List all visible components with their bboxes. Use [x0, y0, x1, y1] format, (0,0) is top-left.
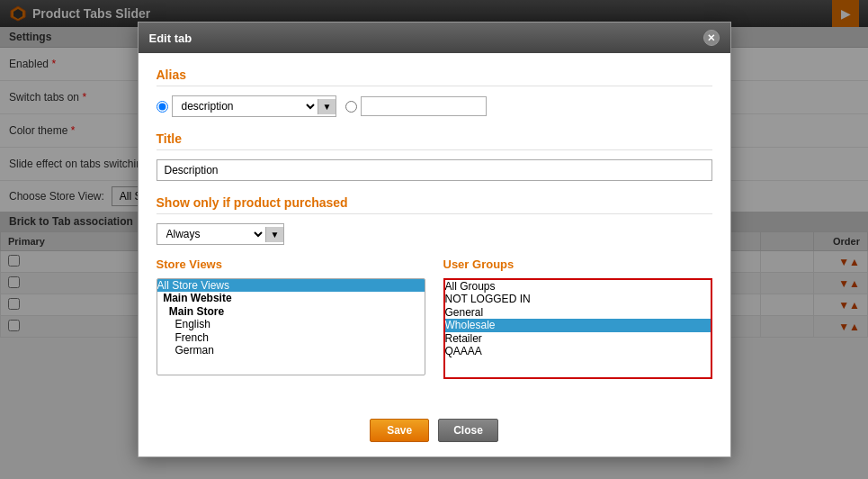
store-views-section: Store Views All Store Views Main Website… [157, 258, 425, 379]
title-section-title: Title [157, 131, 712, 150]
alias-row: description additional product_additiona… [157, 95, 712, 117]
show-only-select[interactable]: Always Yes No [157, 224, 265, 244]
alias-radio-text-input[interactable] [345, 101, 357, 113]
user-groups-listbox[interactable]: All Groups NOT LOGGED IN General Wholesa… [445, 280, 711, 377]
modal-header: Edit tab ✕ [139, 23, 730, 53]
alias-radio-dropdown: description additional product_additiona… [157, 95, 337, 117]
title-section: Title [157, 131, 712, 181]
show-only-section: Show only if product purchased Always Ye… [157, 195, 712, 245]
user-groups-section: User Groups All Groups NOT LOGGED IN Gen… [443, 258, 712, 379]
user-groups-title: User Groups [443, 258, 712, 271]
show-only-select-wrapper[interactable]: Always Yes No ▼ [157, 223, 285, 245]
modal-title: Edit tab [149, 32, 192, 45]
show-only-arrow: ▼ [265, 227, 284, 242]
modal-close-button[interactable]: ✕ [703, 30, 720, 46]
alias-radio-text [345, 96, 487, 116]
title-input[interactable] [157, 159, 712, 181]
store-views-listbox-wrapper: All Store Views Main Website Main Store … [157, 278, 425, 375]
alias-select-arrow: ▼ [318, 99, 336, 114]
close-button[interactable]: Close [438, 419, 498, 442]
alias-section-title: Alias [157, 68, 712, 86]
alias-dropdown[interactable]: description additional product_additiona… [173, 96, 318, 116]
two-col-section: Store Views All Store Views Main Website… [157, 258, 712, 379]
modal-body: Alias description additional product_add… [139, 53, 730, 408]
user-groups-listbox-wrapper: All Groups NOT LOGGED IN General Wholesa… [443, 278, 712, 379]
modal-dialog: Edit tab ✕ Alias description additional … [138, 22, 731, 457]
save-button[interactable]: Save [370, 419, 429, 442]
alias-radio-dropdown-input[interactable] [157, 101, 168, 113]
modal-footer: Save Close [139, 408, 730, 456]
alias-select-wrapper[interactable]: description additional product_additiona… [172, 95, 337, 117]
show-only-title: Show only if product purchased [157, 195, 712, 214]
modal-overlay: Edit tab ✕ Alias description additional … [0, 0, 868, 479]
store-views-listbox[interactable]: All Store Views Main Website Main Store … [157, 278, 425, 375]
alias-text-input[interactable] [361, 96, 487, 116]
store-views-title: Store Views [157, 258, 425, 271]
